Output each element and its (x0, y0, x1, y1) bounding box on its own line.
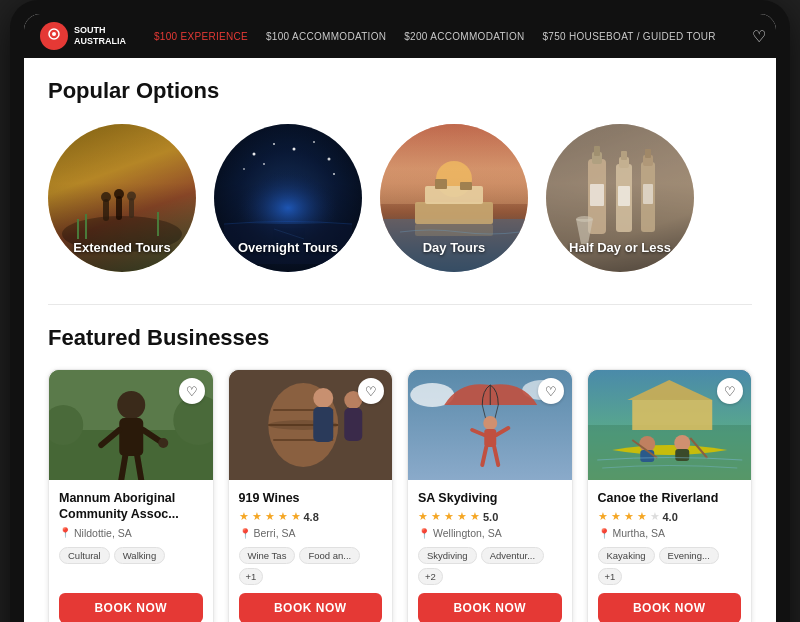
svg-rect-42 (618, 186, 630, 206)
location-text-skydiving: Wellington, SA (433, 527, 502, 539)
svg-rect-27 (425, 186, 483, 204)
tag-skydiving: Skydiving (418, 547, 477, 564)
svg-point-49 (117, 391, 145, 419)
wishlist-icon[interactable]: ♡ (752, 27, 766, 46)
star-4: ★ (457, 510, 467, 523)
card-location-mannum: 📍 Nildottie, SA (59, 527, 203, 539)
circle-day-tours[interactable]: Day Tours (380, 124, 528, 272)
tag-walking: Walking (114, 547, 165, 564)
svg-rect-5 (116, 196, 122, 220)
card-location-canoe: 📍 Murtha, SA (598, 527, 742, 539)
svg-point-44 (576, 216, 593, 222)
pin-icon-mannum: 📍 (59, 527, 71, 538)
svg-rect-72 (484, 429, 496, 447)
star-3: ★ (444, 510, 454, 523)
svg-point-1 (52, 32, 56, 36)
star-2: ★ (611, 510, 621, 523)
svg-rect-43 (643, 184, 653, 204)
main-content: Popular Options (24, 58, 776, 622)
tablet-frame: SOUTHAUSTRALIA $100 EXPERIENCE $100 ACCO… (10, 0, 790, 622)
svg-rect-37 (621, 151, 627, 160)
card-heart-canoe[interactable]: ♡ (717, 378, 743, 404)
card-stars-skydiving: ★ ★ ★ ★ ★ 5.0 (418, 510, 562, 523)
tag-more-skydiving: +2 (418, 568, 443, 585)
book-btn-skydiving[interactable]: BOOK NOW (418, 593, 562, 622)
book-btn-wines[interactable]: BOOK NOW (239, 593, 383, 622)
circle-label-day: Day Tours (423, 240, 486, 256)
tag-more-wines: +1 (239, 568, 264, 585)
svg-rect-63 (313, 407, 333, 442)
rating-num-skydiving: 5.0 (483, 511, 498, 523)
popular-options-row: Extended Tours (48, 124, 752, 272)
card-tags-canoe: Kayaking Evening... +1 (598, 547, 742, 585)
star-5: ★ (291, 510, 301, 523)
card-name-skydiving: SA Skydiving (418, 490, 562, 506)
card-wines[interactable]: ♡ 919 Wines ★ ★ ★ ★ ★ 4.8 📍 (228, 369, 394, 622)
svg-line-53 (121, 456, 125, 480)
card-heart-wines[interactable]: ♡ (358, 378, 384, 404)
card-skydiving[interactable]: ♡ SA Skydiving ★ ★ ★ ★ ★ 5.0 (407, 369, 573, 622)
book-btn-mannum[interactable]: BOOK NOW (59, 593, 203, 622)
svg-rect-29 (460, 182, 472, 190)
pin-icon-skydiving: 📍 (418, 528, 430, 539)
nav-link-750-houseboat[interactable]: $750 HOUSEBOAT / GUIDED TOUR (543, 31, 716, 42)
rating-num-wines: 4.8 (304, 511, 319, 523)
svg-rect-41 (590, 184, 604, 206)
circle-extended-tours[interactable]: Extended Tours (48, 124, 196, 272)
star-2: ★ (252, 510, 262, 523)
popular-options-title: Popular Options (48, 78, 752, 104)
logo-brand: SOUTHAUSTRALIA (74, 25, 126, 47)
svg-point-16 (313, 141, 315, 143)
tag-adventure: Adventur... (481, 547, 544, 564)
circle-halfday[interactable]: Half Day or Less (546, 124, 694, 272)
svg-point-55 (158, 438, 168, 448)
navbar: SOUTHAUSTRALIA $100 EXPERIENCE $100 ACCO… (24, 14, 776, 58)
svg-point-17 (328, 158, 331, 161)
card-name-wines: 919 Wines (239, 490, 383, 506)
featured-businesses-title: Featured Businesses (48, 325, 752, 351)
circle-overnight-tours[interactable]: Overnight Tours (214, 124, 362, 272)
svg-point-13 (253, 153, 256, 156)
svg-line-54 (137, 456, 141, 480)
svg-point-71 (483, 416, 497, 430)
nav-link-200-accommodation[interactable]: $200 ACCOMMODATION (404, 31, 524, 42)
logo-area: SOUTHAUSTRALIA (40, 22, 126, 50)
card-name-mannum: Mannum Aboriginal Community Assoc... (59, 490, 203, 523)
card-stars-canoe: ★ ★ ★ ★ ★ 4.0 (598, 510, 742, 523)
svg-rect-26 (415, 202, 493, 224)
tag-more-canoe: +1 (598, 568, 623, 585)
card-tags-mannum: Cultural Walking (59, 547, 203, 564)
logo-icon (40, 22, 68, 50)
tag-cultural: Cultural (59, 547, 110, 564)
circle-label-extended: Extended Tours (73, 240, 170, 256)
star-1: ★ (598, 510, 608, 523)
svg-point-8 (127, 192, 136, 201)
circle-label-overnight: Overnight Tours (238, 240, 338, 256)
tag-winetasting: Wine Tas (239, 547, 296, 564)
svg-rect-7 (129, 198, 134, 218)
book-btn-canoe[interactable]: BOOK NOW (598, 593, 742, 622)
nav-link-100-experience[interactable]: $100 EXPERIENCE (154, 31, 248, 42)
star-3: ★ (624, 510, 634, 523)
nav-link-100-accommodation[interactable]: $100 ACCOMMODATION (266, 31, 386, 42)
star-1: ★ (239, 510, 249, 523)
svg-rect-50 (119, 418, 143, 456)
svg-rect-40 (645, 149, 651, 158)
star-5-empty: ★ (650, 510, 660, 523)
card-heart-mannum[interactable]: ♡ (179, 378, 205, 404)
svg-point-19 (263, 163, 265, 165)
svg-point-20 (333, 173, 335, 175)
card-heart-skydiving[interactable]: ♡ (538, 378, 564, 404)
card-stars-wines: ★ ★ ★ ★ ★ 4.8 (239, 510, 383, 523)
screen: SOUTHAUSTRALIA $100 EXPERIENCE $100 ACCO… (24, 14, 776, 622)
tag-evening: Evening... (659, 547, 719, 564)
card-tags-wines: Wine Tas Food an... +1 (239, 547, 383, 585)
svg-point-18 (243, 168, 245, 170)
star-4: ★ (278, 510, 288, 523)
featured-cards-row: ♡ Mannum Aboriginal Community Assoc... 📍… (48, 369, 752, 622)
card-mannum[interactable]: ♡ Mannum Aboriginal Community Assoc... 📍… (48, 369, 214, 622)
svg-rect-34 (594, 146, 600, 156)
svg-point-4 (101, 192, 111, 202)
card-canoe[interactable]: ♡ Canoe the Riverland ★ ★ ★ ★ ★ 4.0 (587, 369, 753, 622)
svg-point-6 (114, 189, 124, 199)
